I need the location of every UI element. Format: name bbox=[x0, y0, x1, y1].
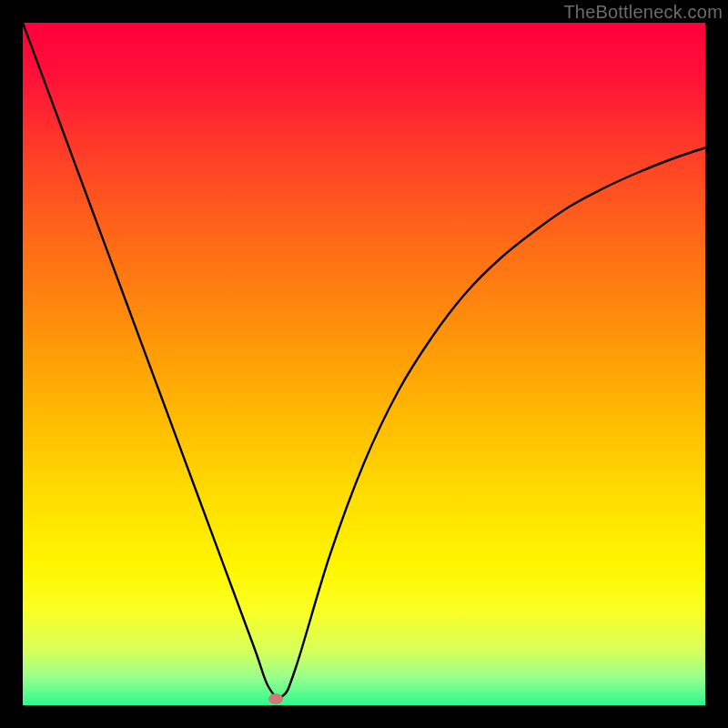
watermark-text: TheBottleneck.com bbox=[563, 2, 723, 23]
minimum-marker bbox=[268, 693, 283, 704]
chart-curve bbox=[23, 23, 705, 705]
chart-frame bbox=[23, 23, 705, 705]
